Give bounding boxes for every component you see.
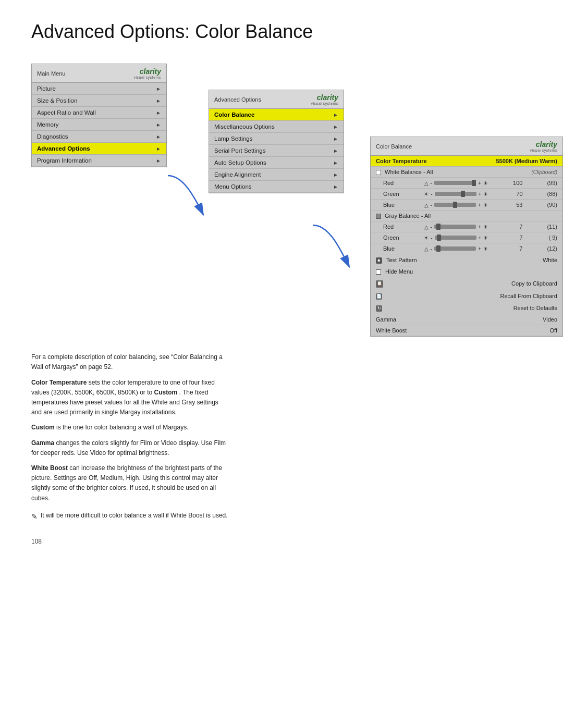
bottom-section: For a complete description of color bala… (31, 352, 532, 522)
main-menu-panel: Main Menu clarity visual systems Picture… (31, 64, 167, 167)
white-blue-value2: (90) (542, 202, 557, 208)
brand-name-advanced: clarity (317, 93, 338, 102)
menu-item-size-arrow: ► (156, 98, 161, 104)
color-balance-column: Color Balance clarity visual systems Col… (370, 126, 563, 337)
gray-red-slider[interactable]: △ - + ☀ (424, 224, 488, 230)
sun-icon-right-gg: ☀ (483, 235, 488, 241)
gray-red-value: 7 (507, 224, 522, 230)
sun-icon-right: ☀ (483, 180, 488, 186)
slider-thumb-gr (436, 224, 440, 230)
custom-text: is the one for color balancing a wall of… (56, 424, 188, 431)
menu-item-menu-options[interactable]: Menu Options ► (209, 181, 344, 193)
advanced-menu-column: Advanced Options clarity visual systems … (209, 90, 344, 193)
menu-item-lamp[interactable]: Lamp Settings ► (209, 133, 344, 145)
gray-red-row: Red △ - + ☀ 7 (11) (371, 221, 562, 232)
clarity-logo-main: clarity visual systems (133, 67, 161, 79)
gray-green-label: Green (383, 235, 405, 241)
reset-to-defaults-row[interactable]: ↻ Reset to Defaults (371, 302, 562, 314)
gamma-label: Gamma (376, 316, 396, 323)
recall-small-icon: 📄 (376, 293, 382, 300)
advanced-menu-header: Advanced Options clarity visual systems (209, 90, 344, 109)
white-red-slider[interactable]: △ - + ☀ (424, 180, 488, 186)
white-blue-row: Blue △ - + ☀ 53 (90) (371, 200, 562, 211)
menu-item-auto-setup-label: Auto Setup Options (214, 159, 266, 166)
hide-menu-row[interactable]: Hide Menu (371, 266, 562, 277)
menu-item-misc[interactable]: Miscellaneous Options ► (209, 121, 344, 133)
white-green-slider[interactable]: ☀ - + ☀ (424, 191, 488, 197)
note-icon: ✎ (31, 511, 38, 522)
clarity-logo-cb: clarity visual systems (530, 140, 557, 152)
page-title: Advanced Options: Color Balance (31, 21, 532, 43)
reset-small-icon: ↻ (376, 305, 382, 312)
menu-item-memory[interactable]: Memory ► (32, 119, 166, 131)
white-boost-bold: White Boost (31, 464, 68, 472)
menu-item-serial[interactable]: Serial Port Settings ► (209, 145, 344, 157)
brand-name-cb: clarity (536, 140, 557, 149)
slider-track-wg (435, 192, 476, 196)
page-number: 108 (31, 538, 532, 545)
brand-sub-advanced: visual systems (311, 102, 338, 105)
white-boost-row[interactable]: White Boost Off (371, 325, 562, 336)
color-temperature-row[interactable]: Color Temperature 5500K (Medium Warm) (371, 156, 562, 167)
menu-item-color-balance[interactable]: Color Balance ► (209, 109, 344, 121)
white-green-value: 70 (507, 191, 523, 197)
gray-red-value2: (11) (542, 224, 557, 230)
panels-layout: Main Menu clarity visual systems Picture… (31, 64, 532, 337)
menu-item-menu-options-label: Menu Options (214, 183, 252, 190)
custom-bold: Custom (154, 389, 178, 396)
hide-menu-checkbox-icon (376, 269, 381, 275)
gray-blue-label: Blue (383, 245, 405, 252)
test-pattern-icon: ■ (376, 256, 382, 264)
gray-green-slider[interactable]: ☀ - + ☀ (424, 235, 488, 241)
white-blue-slider[interactable]: △ - + ☀ (424, 202, 488, 208)
menu-item-program[interactable]: Program Information ► (32, 155, 166, 167)
gray-blue-value2: (12) (542, 245, 557, 252)
white-green-label: Green (383, 191, 405, 197)
slider-track-gb (434, 246, 476, 251)
cb-header: Color Balance clarity visual systems (371, 137, 562, 156)
menu-item-engine[interactable]: Engine Alignment ► (209, 169, 344, 181)
description-area: For a complete description of color bala… (31, 352, 229, 522)
sun-icon-left: △ (424, 180, 429, 186)
gray-balance-header-row: Gray Balance - All (371, 211, 562, 221)
test-pattern-row[interactable]: ■ Test Pattern White (371, 254, 562, 266)
gray-blue-slider[interactable]: △ - + ☀ (424, 246, 488, 252)
menu-item-size[interactable]: Size & Position ► (32, 95, 166, 107)
slider-track-gr (434, 225, 476, 229)
gray-blue-value: 7 (507, 245, 522, 252)
sun-icon-left-gr: △ (424, 224, 429, 230)
copy-to-clipboard-row[interactable]: 📋 Copy to Clipboard (371, 277, 562, 290)
sun-icon-right-gr: ☀ (483, 224, 488, 230)
slider-track-wb (434, 203, 476, 207)
gray-red-label: Red (383, 224, 405, 230)
menu-item-aspect[interactable]: Aspect Ratio and Wall ► (32, 107, 166, 119)
gray-balance-label-text: Gray Balance - All (385, 213, 431, 219)
main-menu-header: Main Menu clarity visual systems (32, 64, 166, 83)
reset-label: Reset to Defaults (513, 305, 557, 311)
menu-item-color-balance-label: Color Balance (214, 112, 254, 118)
menu-item-picture[interactable]: Picture ► (32, 83, 166, 95)
custom-bold2: Custom (31, 424, 55, 431)
recall-from-clipboard-row[interactable]: 📄 Recall From Clipboard (371, 290, 562, 302)
sun-icon-left-gg: ☀ (424, 235, 429, 241)
gray-balance-label: Gray Balance - All (376, 213, 431, 219)
menu-item-memory-arrow: ► (156, 122, 161, 128)
menu-item-advanced[interactable]: Advanced Options ► (32, 143, 166, 155)
menu-item-auto-setup[interactable]: Auto Setup Options ► (209, 157, 344, 169)
color-temp-paragraph: Color Temperature sets the color tempera… (31, 378, 229, 418)
menu-item-aspect-arrow: ► (156, 110, 161, 116)
copy-label: Copy to Clipboard (511, 280, 557, 287)
brand-name-main: clarity (140, 67, 161, 76)
gray-green-value: 7 (507, 235, 523, 241)
main-menu-title: Main Menu (37, 70, 65, 77)
gamma-row[interactable]: Gamma Video (371, 314, 562, 325)
white-balance-checkbox (376, 170, 381, 175)
menu-item-diagnostics-arrow: ► (156, 134, 161, 140)
cb-title: Color Balance (376, 143, 412, 150)
white-boost-label: White Boost (376, 327, 407, 334)
main-menu-column: Main Menu clarity visual systems Picture… (31, 64, 167, 167)
menu-item-engine-label: Engine Alignment (214, 171, 261, 178)
sun-icon-right-g: ☀ (483, 191, 488, 197)
hide-menu-label: Hide Menu (385, 268, 557, 275)
menu-item-diagnostics[interactable]: Diagnostics ► (32, 131, 166, 143)
